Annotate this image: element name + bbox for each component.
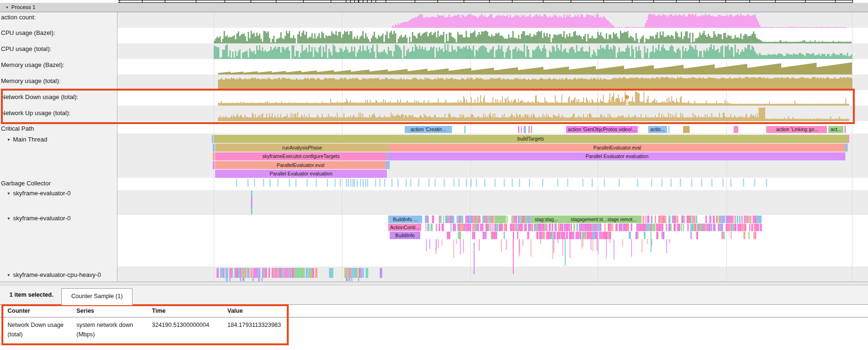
svg-text:action 'GenObjcProtos video/..: action 'GenObjcProtos video/... (568, 126, 636, 132)
slice[interactable] (518, 126, 519, 133)
svg-text:ActionConti...: ActionConti... (390, 225, 419, 230)
table-header-row: Counter Series Time Value (0, 305, 868, 317)
svg-text:Parallel Evaluator evaluation: Parallel Evaluator evaluation (269, 171, 332, 176)
counter-chart-memory-usage-bazel[interactable] (218, 62, 852, 75)
slice[interactable] (387, 152, 389, 160)
cell-counter: Network Down usage (total) (8, 320, 76, 339)
counter-chart-network-down-usage-total[interactable] (218, 92, 849, 106)
slice[interactable] (464, 126, 466, 133)
svg-text:BuildInfo ...: BuildInfo ... (393, 217, 418, 222)
slice[interactable] (531, 126, 532, 133)
column-header-series: Series (76, 305, 152, 317)
svg-text:skyframeExecutor.configureTarg: skyframeExecutor.configureTargets (262, 153, 340, 159)
critical-path-track[interactable]: action 'Creatin...action 'GenObjcProtos … (405, 126, 846, 133)
column-header-value: Value (227, 305, 868, 317)
slice[interactable] (844, 126, 846, 133)
slice[interactable] (734, 126, 738, 133)
slice[interactable] (212, 135, 213, 143)
slice[interactable] (521, 126, 522, 133)
counter-chart-cpu-usage-bazel[interactable] (214, 31, 851, 43)
counter-chart-memory-usage-total[interactable] (218, 77, 852, 90)
counter-chart-network-up-usage-total[interactable] (218, 107, 849, 121)
svg-text:ParallelEvaluator.eval: ParallelEvaluator.eval (277, 162, 325, 168)
column-header-counter: Counter (8, 305, 76, 317)
slice[interactable] (683, 126, 690, 133)
svg-text:act...: act... (831, 126, 842, 132)
svg-text:actio...: actio... (651, 126, 665, 132)
counter-sample-table: Counter Series Time Value Network Down u… (0, 305, 868, 339)
slice[interactable] (848, 135, 849, 143)
tab-label: Counter Sample (1) (71, 293, 123, 300)
skyframe-evaluator-0-track-1[interactable] (251, 191, 252, 215)
table-row[interactable]: Network Down usage (total) system networ… (0, 317, 868, 339)
slice[interactable] (766, 126, 768, 133)
tab-counter-sample[interactable]: Counter Sample (1) (61, 288, 133, 305)
slice[interactable] (386, 161, 390, 169)
trace-viewer: ▾Process 1 action count:CPU usage (Bazel… (0, 0, 868, 350)
svg-text:buildTargets: buildTargets (517, 136, 544, 142)
svg-text:action 'Linking go...: action 'Linking go... (776, 126, 818, 132)
main-thread-track[interactable]: buildTargetsrunAnalysisPhaseParallelEval… (212, 135, 849, 178)
slice[interactable] (845, 144, 848, 152)
panel-divider[interactable] (0, 282, 868, 285)
svg-text:ParallelEvaluator.eval: ParallelEvaluator.eval (593, 145, 641, 150)
slice[interactable] (524, 126, 526, 133)
cell-series: system network down (Mbps) (76, 320, 152, 339)
skyframe-evaluator-0-track-2[interactable]: stag:stag...stagagement:st...stage.remot… (388, 216, 762, 274)
svg-text:stag:stag...: stag:stag... (535, 217, 558, 222)
svg-text:runAnalysisPhase: runAnalysisPhase (282, 145, 322, 150)
svg-text:action 'Creatin...: action 'Creatin... (410, 126, 446, 132)
counter-chart-action-count[interactable] (391, 14, 847, 28)
cell-time: 324190.51300000004 (152, 320, 227, 339)
selected-counter-sample-marker[interactable] (626, 96, 628, 105)
minimap-ruler-marks[interactable] (118, 0, 853, 3)
slice[interactable] (213, 152, 215, 160)
garbage-collector-track[interactable] (236, 179, 767, 187)
tab-strip: 1 item selected. Counter Sample (1) (0, 285, 868, 305)
slice[interactable] (528, 126, 530, 133)
slice[interactable] (213, 144, 215, 152)
svg-text:BuildInfo: BuildInfo (395, 233, 415, 238)
slice[interactable] (213, 161, 215, 169)
svg-text:Parallel Evaluator evaluation: Parallel Evaluator evaluation (585, 153, 648, 159)
slice[interactable] (668, 126, 669, 133)
counter-chart-cpu-usage-total[interactable] (214, 44, 852, 59)
cell-value: 184.1793113323983 (227, 320, 868, 339)
svg-text:stagagement:st...: stagagement:st... (571, 217, 607, 222)
selection-status: 1 item selected. (9, 285, 53, 304)
column-header-time: Time (152, 305, 227, 317)
svg-text:stage.remot...: stage.remot... (607, 217, 636, 222)
skyframe-evaluator-cpu-heavy-track[interactable] (217, 268, 382, 281)
